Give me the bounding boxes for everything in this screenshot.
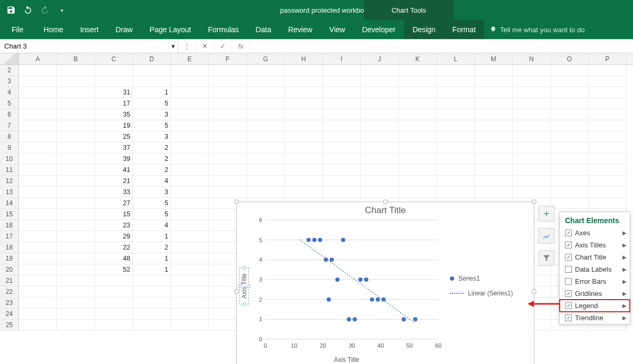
more-icon[interactable]: ⋮ [178,40,196,53]
cell[interactable] [551,131,589,142]
cell[interactable] [589,109,627,120]
cell[interactable] [133,320,171,331]
cell[interactable] [171,198,209,209]
column-header[interactable]: N [513,53,551,64]
cell[interactable] [57,131,95,142]
cell[interactable] [171,242,209,253]
cell[interactable] [513,165,551,176]
cell[interactable] [285,87,323,98]
cell[interactable] [209,142,247,154]
cell[interactable] [399,154,437,165]
tab-data[interactable]: Data [247,20,280,39]
cell[interactable] [437,165,475,176]
cell[interactable]: 25 [95,131,133,142]
cell[interactable] [551,198,589,209]
cell[interactable] [19,76,57,87]
cell[interactable] [513,187,551,198]
cell[interactable] [475,154,513,165]
cell[interactable] [95,65,133,76]
cell[interactable] [95,76,133,87]
cell[interactable] [323,131,361,142]
cell[interactable] [171,264,209,275]
cell[interactable] [285,142,323,154]
cell[interactable] [361,165,399,176]
cell[interactable]: 1 [133,87,171,98]
cell[interactable] [95,275,133,286]
cell[interactable] [437,65,475,76]
legend-item-trendline[interactable]: Linear (Series1) [450,290,521,297]
cell[interactable] [171,98,209,109]
cell[interactable] [323,142,361,154]
qat-customize-icon[interactable]: ▾ [57,5,66,15]
cell[interactable] [285,131,323,142]
column-header[interactable]: A [19,53,57,64]
column-header[interactable]: L [437,53,475,64]
column-header[interactable]: D [133,53,171,64]
column-header[interactable]: C [95,53,133,64]
tab-draw[interactable]: Draw [107,20,141,39]
cell[interactable] [171,187,209,198]
cell[interactable] [171,142,209,154]
cell[interactable]: 35 [95,109,133,120]
cell[interactable] [19,165,57,176]
cell[interactable] [247,131,285,142]
cell[interactable] [57,298,95,309]
cell[interactable] [589,76,627,87]
cell[interactable]: 52 [95,264,133,275]
cell[interactable] [57,209,95,220]
cell[interactable] [513,154,551,165]
row-header[interactable]: 10 [0,154,19,165]
row-header[interactable]: 13 [0,187,19,198]
chevron-right-icon[interactable]: ▶ [622,315,627,321]
row-header[interactable]: 14 [0,198,19,209]
cell[interactable]: 4 [133,220,171,231]
cell[interactable] [171,253,209,264]
cell[interactable] [475,131,513,142]
cell[interactable] [551,98,589,109]
cell[interactable] [19,275,57,286]
cell[interactable] [361,76,399,87]
cell[interactable]: 5 [133,98,171,109]
cell[interactable]: 2 [133,154,171,165]
cell[interactable] [19,298,57,309]
cell[interactable]: 5 [133,209,171,220]
cell[interactable] [57,154,95,165]
cell[interactable] [57,309,95,320]
cell[interactable] [285,98,323,109]
cell[interactable] [171,309,209,320]
chevron-right-icon[interactable]: ▶ [622,291,627,296]
cell[interactable] [475,65,513,76]
chart-title[interactable]: Chart Title [237,202,534,217]
chevron-right-icon[interactable]: ▶ [622,303,627,309]
plot-area[interactable]: 01234560102030405060 [252,217,442,355]
cell[interactable] [247,76,285,87]
cell[interactable] [399,142,437,154]
cell[interactable] [19,198,57,209]
cell[interactable] [171,131,209,142]
cell[interactable]: 2 [133,165,171,176]
cell[interactable] [19,309,57,320]
chart-elements-button[interactable] [539,206,554,222]
name-box-input[interactable] [0,42,168,50]
resize-handle-mr[interactable] [532,289,536,294]
cell[interactable] [475,142,513,154]
cell[interactable]: 4 [133,176,171,187]
cell[interactable] [57,142,95,154]
cell[interactable] [475,176,513,187]
tab-developer[interactable]: Developer [353,20,404,39]
cell[interactable]: 1 [133,253,171,264]
cell[interactable] [247,98,285,109]
cell[interactable] [589,176,627,187]
cell[interactable] [285,154,323,165]
row-header[interactable]: 19 [0,253,19,264]
cell[interactable]: 33 [95,187,133,198]
cell[interactable]: 39 [95,154,133,165]
cell[interactable] [323,65,361,76]
cell[interactable] [57,253,95,264]
cell[interactable]: 1 [133,231,171,242]
cell[interactable]: 19 [95,120,133,131]
cell[interactable] [513,65,551,76]
cell[interactable] [513,87,551,98]
cell[interactable]: 17 [95,98,133,109]
cell[interactable] [171,109,209,120]
